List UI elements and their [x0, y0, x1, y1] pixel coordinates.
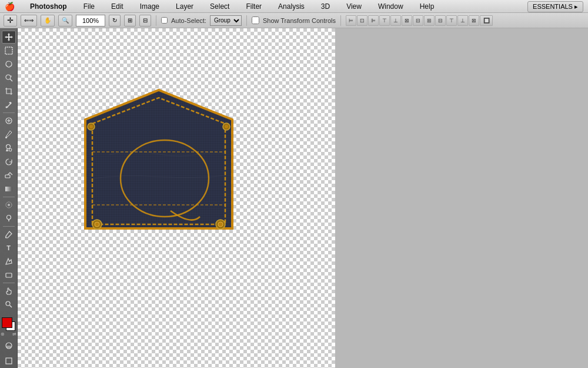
svg-point-7	[5, 137, 7, 138]
menu-photoshop[interactable]: Photoshop	[26, 1, 71, 12]
history-brush-btn[interactable]	[2, 155, 16, 168]
auto-select-checkbox[interactable]	[161, 17, 168, 24]
right-panel	[335, 28, 588, 368]
distribute-right-icon[interactable]: ⊟	[435, 15, 446, 26]
foreground-color[interactable]	[2, 317, 12, 328]
move-tool-btn[interactable]	[2, 31, 16, 44]
menu-layer[interactable]: Layer	[172, 1, 197, 12]
move-tool-icon[interactable]: ✛	[4, 15, 17, 26]
zoom-tool-btn[interactable]	[2, 298, 16, 311]
svg-point-35	[89, 125, 93, 128]
sep2	[246, 15, 247, 26]
transform-label: Show Transform Controls	[263, 17, 336, 24]
svg-line-2	[10, 79, 12, 81]
sep3	[340, 15, 341, 26]
blur-tool-btn[interactable]	[2, 198, 16, 211]
grid-icon[interactable]: ⊞	[124, 15, 136, 26]
toolbar-sep3	[3, 226, 15, 227]
distribute-bottom-icon[interactable]: ⊠	[469, 15, 479, 26]
type-tool-btn[interactable]: T	[2, 241, 16, 254]
svg-point-31	[95, 222, 99, 227]
mode-arrows[interactable]: ⇐⇒	[21, 15, 37, 26]
group-select-dropdown[interactable]: Group Layer	[210, 15, 242, 26]
canvas-image	[62, 61, 256, 255]
toolbar-sep2	[3, 197, 15, 197]
zoom-level[interactable]: 100%	[76, 15, 105, 26]
main-area	[18, 28, 588, 368]
eyedropper-tool-btn[interactable]	[2, 98, 16, 111]
hand-icon-btn[interactable]: ✋	[41, 15, 55, 26]
svg-point-33	[218, 222, 223, 227]
auto-select-label: Auto-Select:	[171, 17, 206, 24]
auto-align-icon[interactable]: 🔲	[480, 15, 493, 26]
lasso-tool-btn[interactable]	[2, 58, 16, 71]
dodge-tool-btn[interactable]	[2, 212, 16, 225]
svg-point-8	[6, 145, 10, 149]
quick-select-tool-btn[interactable]	[2, 71, 16, 84]
hand-tool-btn[interactable]	[2, 284, 16, 297]
sep1	[156, 15, 156, 26]
menu-3d[interactable]: 3D	[318, 1, 333, 12]
svg-point-37	[225, 125, 228, 128]
gradient-tool-btn[interactable]	[2, 183, 16, 195]
canvas-container	[18, 28, 335, 368]
svg-point-12	[8, 204, 10, 206]
align-distribute-bar: ⊨ ⊡ ⊫ ⊤ ⊥ ⊠ ⊟ ⊞ ⊟ ⊤ ⊥ ⊠ 🔲	[346, 15, 493, 26]
align-bottom-icon[interactable]: ⊠	[402, 15, 412, 26]
menu-select[interactable]: Select	[206, 1, 233, 12]
default-colors-icon[interactable]: ⊗	[1, 331, 5, 337]
essentials-button[interactable]: ESSENTIALS ▸	[527, 1, 583, 12]
zoom-icon-btn[interactable]: 🔍	[58, 15, 72, 26]
menu-bar: 🍎 Photoshop File Edit Image Layer Select…	[0, 0, 588, 13]
svg-rect-0	[5, 47, 12, 54]
menu-view[interactable]: View	[343, 1, 365, 12]
svg-rect-16	[6, 273, 12, 277]
svg-rect-21	[6, 358, 12, 364]
screen-mode-btn[interactable]	[2, 354, 16, 368]
toolbar-sep4	[3, 283, 15, 283]
menu-window[interactable]: Window	[375, 1, 407, 12]
toolbar-sep1	[3, 112, 15, 113]
align-right-icon[interactable]: ⊫	[368, 15, 379, 26]
align-center-v-icon[interactable]: ⊡	[357, 15, 368, 26]
eraser-tool-btn[interactable]	[2, 169, 16, 182]
rect-marquee-tool-btn[interactable]	[2, 44, 16, 57]
brush-tool-btn[interactable]	[2, 128, 16, 141]
menu-file[interactable]: File	[80, 1, 98, 12]
color-swatch-area: ⊗ ⇌	[1, 316, 17, 336]
quick-mask-btn[interactable]	[2, 339, 16, 353]
align-left-icon[interactable]: ⊨	[346, 15, 356, 26]
jeans-pocket-svg	[62, 61, 256, 255]
svg-rect-10	[5, 187, 12, 191]
menu-analysis[interactable]: Analysis	[275, 1, 308, 12]
options-bar: ✛ ⇐⇒ ✋ 🔍 100% ↻ ⊞ ⊟ Auto-Select: Group L…	[0, 13, 588, 28]
pen-tool-btn[interactable]	[2, 228, 16, 241]
svg-point-3	[5, 107, 7, 108]
svg-point-1	[6, 75, 11, 79]
menu-image[interactable]: Image	[136, 1, 163, 12]
svg-rect-9	[5, 175, 10, 178]
crop-tool-btn[interactable]	[2, 85, 16, 98]
distribute-center-v-icon[interactable]: ⊞	[424, 15, 435, 26]
transform-checkbox[interactable]	[252, 16, 259, 24]
canvas-area[interactable]	[18, 28, 335, 368]
align-top-icon[interactable]: ⊤	[379, 15, 390, 26]
distribute-left-icon[interactable]: ⊟	[413, 15, 423, 26]
svg-point-15	[5, 237, 6, 238]
align-middle-h-icon[interactable]: ⊥	[390, 15, 401, 26]
shape-tool-btn[interactable]	[2, 268, 16, 281]
distribute-middle-h-icon[interactable]: ⊥	[457, 15, 468, 26]
svg-line-18	[9, 305, 12, 307]
swap-colors-icon[interactable]: ⇌	[12, 331, 16, 337]
menu-filter[interactable]: Filter	[242, 1, 265, 12]
apple-menu[interactable]: 🍎	[5, 2, 15, 11]
healing-brush-btn[interactable]	[2, 114, 16, 127]
clone-stamp-btn[interactable]	[2, 141, 16, 154]
path-select-btn[interactable]	[2, 255, 16, 268]
distribute-top-icon[interactable]: ⊤	[446, 15, 457, 26]
menu-help[interactable]: Help	[416, 1, 438, 12]
arrange-icon[interactable]: ⊟	[139, 15, 151, 26]
menu-edit[interactable]: Edit	[108, 1, 127, 12]
rotate-icon[interactable]: ↻	[109, 15, 121, 26]
svg-point-17	[6, 301, 10, 306]
